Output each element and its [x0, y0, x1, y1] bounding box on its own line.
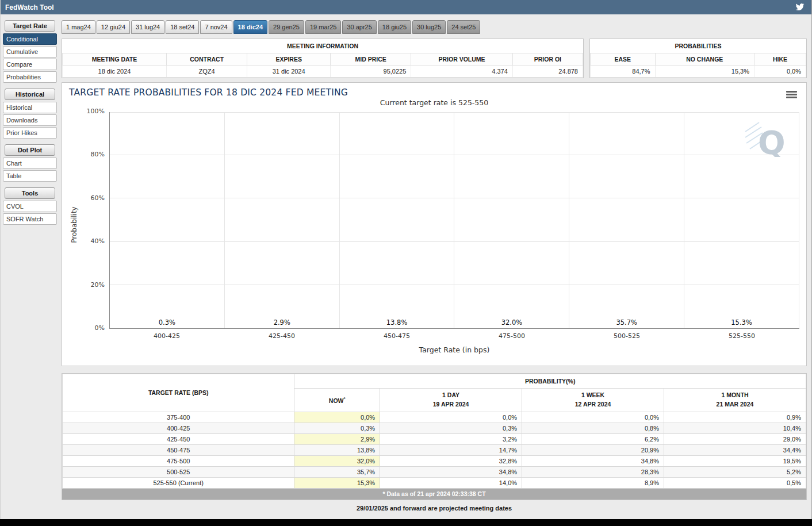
- tab-30-lug25[interactable]: 30 lug25: [412, 20, 446, 34]
- probability-group-header: PROBABILITY(%): [294, 374, 806, 389]
- hike-value: 0,0%: [754, 66, 806, 78]
- sidebar-section-dot-plot: Dot Plot Chart Table: [3, 144, 57, 182]
- prior-oi-value: 24.878: [512, 66, 583, 78]
- sidebar-item-probabilities[interactable]: Probabilities: [3, 71, 57, 83]
- week-cell: 0,0%: [522, 412, 664, 423]
- bar-group: 0.3%: [110, 318, 224, 328]
- meeting-info-header: CONTRACT: [167, 53, 247, 66]
- y-tick: 100%: [87, 107, 105, 115]
- contract-value: ZQZ4: [167, 66, 247, 78]
- table-row: 375-400 0,0% 0,0% 0,0% 0,9%: [63, 412, 806, 423]
- now-cell: 13,8%: [294, 444, 380, 455]
- sidebar-header-target-rate[interactable]: Target Rate: [5, 20, 55, 32]
- table-row: 500-525 35,7% 34,8% 28,3% 5,2%: [63, 466, 806, 477]
- bar-value-label: 32.0%: [501, 318, 523, 327]
- bar-value-label: 2.9%: [274, 318, 290, 327]
- chart-menu-icon[interactable]: [786, 90, 797, 99]
- bar-group: 32.0%: [454, 318, 569, 328]
- tab-18-giu25[interactable]: 18 giu25: [378, 20, 411, 34]
- sidebar-item-prior-hikes[interactable]: Prior Hikes: [3, 127, 57, 139]
- bar-group: 35.7%: [569, 318, 684, 328]
- sidebar-section-target-rate: Target Rate Conditional Cumulative Compa…: [3, 20, 57, 83]
- no-change-header: NO CHANGE: [655, 53, 754, 66]
- tab-18-set24[interactable]: 18 set24: [166, 20, 199, 34]
- tab-1-mag24[interactable]: 1 mag24: [62, 20, 95, 34]
- twitter-icon[interactable]: [795, 3, 805, 11]
- sidebar-item-compare[interactable]: Compare: [3, 59, 57, 70]
- sidebar-item-sofr-watch[interactable]: SOFR Watch: [3, 213, 57, 225]
- sidebar-item-cvol[interactable]: CVOL: [3, 201, 57, 212]
- table-row: 475-500 32,0% 32,8% 34,8% 19,5%: [63, 455, 806, 466]
- data-asof-note: * Data as of 21 apr 2024 02:33:38 CT: [63, 488, 806, 499]
- content-column: 1 mag24 12 giu24 31 lug24 18 set24 7 nov…: [62, 20, 807, 519]
- table-row: 425-450 2,9% 3,2% 6,2% 29,0%: [63, 433, 806, 444]
- chart-title: TARGET RATE PROBABILITIES FOR 18 DIC 202…: [69, 87, 799, 98]
- meeting-info-title: MEETING INFORMATION: [62, 39, 583, 53]
- month-cell: 0,5%: [664, 477, 806, 488]
- info-panels-row: MEETING INFORMATION MEETING DATE CONTRAC…: [62, 39, 807, 78]
- sidebar-section-tools: Tools CVOL SOFR Watch: [3, 187, 57, 225]
- week-cell: 28,3%: [522, 466, 664, 477]
- week-cell: 6,2%: [522, 433, 664, 444]
- sidebar-header-dot-plot[interactable]: Dot Plot: [5, 144, 55, 156]
- sidebar-item-table[interactable]: Table: [3, 170, 57, 182]
- bottom-black-bar: [0, 519, 812, 526]
- table-row: 450-475 13,8% 14,7% 20,9% 34,4%: [63, 444, 806, 455]
- bar-slot: 13.8%: [340, 112, 455, 328]
- main-area: Target Rate Conditional Cumulative Compa…: [1, 14, 811, 519]
- month-cell: 29,0%: [664, 433, 806, 444]
- bar-value-label: 0.3%: [159, 318, 175, 327]
- col-header-1-week: 1 WEEK12 APR 2024: [522, 389, 664, 412]
- tab-31-lug24[interactable]: 31 lug24: [131, 20, 164, 34]
- tab-12-giu24[interactable]: 12 giu24: [97, 20, 130, 34]
- week-cell: 34,8%: [522, 455, 664, 466]
- rate-cell: 525-550 (Current): [63, 477, 294, 488]
- week-cell: 20,9%: [522, 444, 664, 455]
- chart-panel: TARGET RATE PROBABILITIES FOR 18 DIC 202…: [62, 82, 807, 366]
- y-axis-title: Probability: [69, 112, 82, 329]
- y-tick: 80%: [91, 151, 105, 158]
- probabilities-panel: PROBABILITIES EASE NO CHANGE HIKE 84,7% …: [589, 39, 807, 78]
- bar-slot: 32.0%: [454, 112, 569, 328]
- tab-29-gen25[interactable]: 29 gen25: [269, 20, 304, 34]
- month-cell: 5,2%: [664, 466, 806, 477]
- now-cell: 0,3%: [294, 423, 380, 433]
- month-cell: 0,9%: [664, 412, 806, 423]
- x-tick: 450-475: [339, 332, 454, 340]
- bar-value-label: 13.8%: [386, 318, 408, 327]
- x-tick: 425-450: [224, 332, 339, 340]
- meeting-info-header: PRIOR VOLUME: [411, 53, 512, 66]
- meeting-info-header: MEETING DATE: [63, 53, 167, 66]
- tab-30-apr25[interactable]: 30 apr25: [342, 20, 376, 34]
- y-tick: 20%: [91, 281, 105, 289]
- tab-24-set25[interactable]: 24 set25: [447, 20, 480, 34]
- now-cell: 32,0%: [294, 455, 380, 466]
- tab-18-dic24[interactable]: 18 dic24: [233, 20, 267, 34]
- day-cell: 3,2%: [380, 433, 522, 444]
- sidebar-item-cumulative[interactable]: Cumulative: [3, 46, 57, 57]
- x-axis-ticks: 400-425 425-450 450-475 475-500 500-525 …: [109, 332, 799, 340]
- rate-cell: 400-425: [63, 423, 294, 433]
- tab-19-mar25[interactable]: 19 mar25: [305, 20, 341, 34]
- sidebar-item-historical[interactable]: Historical: [3, 102, 57, 113]
- footnote-row: * Data as of 21 apr 2024 02:33:38 CT: [63, 488, 806, 499]
- tab-7-nov24[interactable]: 7 nov24: [200, 20, 232, 34]
- no-change-value: 15,3%: [655, 66, 754, 78]
- app-title: FedWatch Tool: [5, 3, 54, 11]
- meeting-info-header: MID PRICE: [331, 53, 411, 66]
- sidebar-header-tools[interactable]: Tools: [5, 187, 55, 199]
- sidebar-item-chart[interactable]: Chart: [3, 158, 57, 169]
- day-cell: 0,3%: [380, 423, 522, 433]
- day-cell: 14,7%: [380, 444, 522, 455]
- day-cell: 34,8%: [380, 466, 522, 477]
- x-tick: 525-550: [684, 332, 799, 340]
- week-cell: 0,8%: [522, 423, 664, 433]
- sidebar-item-downloads[interactable]: Downloads: [3, 114, 57, 126]
- sidebar-header-historical[interactable]: Historical: [5, 89, 55, 100]
- mid-price-value: 95,0225: [331, 66, 411, 78]
- now-cell: 2,9%: [294, 433, 380, 444]
- day-cell: 32,8%: [380, 455, 522, 466]
- bar-slot: 15.3%: [684, 112, 799, 328]
- probability-table-panel: TARGET RATE (BPS) PROBABILITY(%) NOW* 1 …: [62, 373, 807, 500]
- sidebar-item-conditional[interactable]: Conditional: [3, 33, 57, 45]
